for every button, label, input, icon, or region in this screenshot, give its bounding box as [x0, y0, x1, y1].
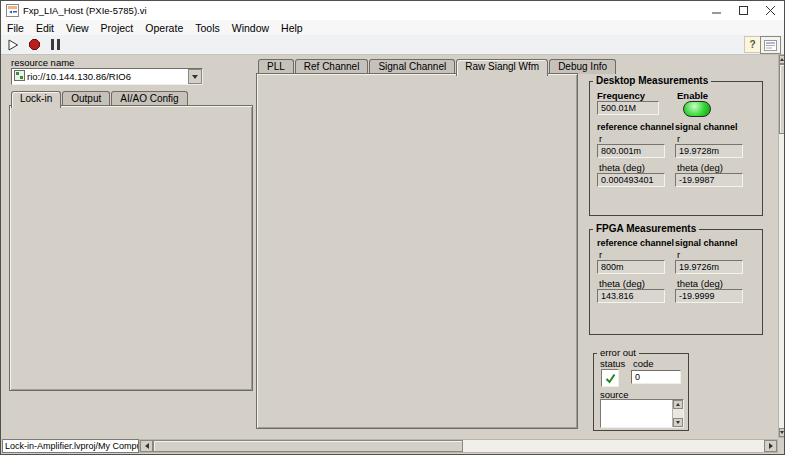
resource-name-combo[interactable]: rio://10.144.130.86/RIO6: [11, 68, 203, 85]
tab-signal-channel[interactable]: Signal Channel: [369, 59, 455, 74]
horizontal-scroll-thumb[interactable]: [153, 440, 463, 452]
theta-label: theta (deg): [677, 162, 723, 173]
horizontal-scrollbar[interactable]: [139, 439, 778, 453]
vertical-scroll-thumb[interactable]: [779, 64, 785, 134]
context-help-icon[interactable]: ?: [744, 36, 761, 53]
desktop-measurements-title: Desktop Measurements: [593, 75, 711, 86]
desktop-signal-channel-label: signal channel: [675, 122, 738, 132]
vertical-scrollbar[interactable]: [778, 54, 785, 438]
fpga-signal-channel-label: signal channel: [675, 238, 738, 248]
run-button[interactable]: [4, 37, 22, 53]
menu-file[interactable]: File: [1, 22, 30, 34]
resource-name-value: rio://10.144.130.86/RIO6: [27, 71, 188, 82]
tab-ai-ao-config[interactable]: AI/AO Config: [111, 91, 187, 106]
desktop-signal-r-value: 19.9728m: [675, 144, 743, 158]
theta-label: theta (deg): [599, 278, 645, 289]
labview-window: Fxp_LIA_Host (PXIe-5785).vi File Edit Vi…: [0, 0, 785, 455]
check-icon: [605, 373, 616, 384]
enable-label: Enable: [677, 90, 708, 101]
io-icon: [14, 70, 25, 83]
enable-led[interactable]: [683, 101, 711, 117]
menu-operate[interactable]: Operate: [139, 22, 189, 34]
tab-pll[interactable]: PLL: [258, 59, 294, 74]
desktop-signal-theta-value: -19.9987: [675, 173, 743, 187]
close-button[interactable]: [757, 1, 784, 19]
theta-label: theta (deg): [599, 162, 645, 173]
abort-button[interactable]: [25, 37, 43, 53]
error-code-value: 0: [631, 370, 681, 384]
error-code-label: code: [633, 358, 654, 369]
scroll-left-icon[interactable]: [140, 440, 153, 452]
menubar: File Edit View Project Operate Tools Win…: [1, 20, 784, 36]
menu-tools[interactable]: Tools: [189, 22, 226, 34]
menu-view[interactable]: View: [60, 22, 95, 34]
scroll-down-icon[interactable]: [779, 428, 785, 437]
pause-button[interactable]: [46, 37, 64, 53]
scrollbar-corner: [778, 439, 785, 453]
source-scrollbar[interactable]: [672, 400, 683, 427]
help-glyph: ?: [749, 39, 755, 50]
r-label: r: [677, 133, 680, 144]
desktop-reference-r-value: 800.001m: [597, 144, 665, 158]
window-title: Fxp_LIA_Host (PXIe-5785).vi: [23, 5, 147, 16]
execution-target-label: Lock-in-Amplifier.lvproj/My Computer: [2, 439, 139, 453]
r-label: r: [677, 249, 680, 260]
titlebar: Fxp_LIA_Host (PXIe-5785).vi: [1, 1, 784, 21]
tab-ref-channel[interactable]: Ref Channel: [295, 59, 369, 74]
error-status-indicator: [601, 369, 619, 387]
raw-signal-tab-body: [256, 73, 578, 429]
scroll-down-icon[interactable]: [673, 418, 683, 427]
toolbar: ?: [1, 35, 784, 55]
frequency-label: Frequency: [597, 90, 645, 101]
menu-help[interactable]: Help: [275, 22, 309, 34]
lock-in-tab-body: [9, 105, 253, 391]
fpga-measurements-title: FPGA Measurements: [593, 223, 699, 234]
fpga-signal-theta-value: -19.9999: [675, 289, 743, 303]
tab-raw-siangl-wfm[interactable]: Raw Siangl Wfm: [456, 59, 548, 76]
tab-lock-in[interactable]: Lock-in: [11, 91, 61, 108]
desktop-reference-theta-value: 0.000493401: [597, 173, 665, 187]
scroll-right-icon[interactable]: [764, 440, 777, 452]
desktop-frequency-value: 500.01M: [597, 101, 659, 115]
scroll-up-icon[interactable]: [779, 55, 785, 64]
combo-dropdown-icon[interactable]: [188, 69, 202, 84]
error-status-label: status: [600, 358, 625, 369]
desktop-reference-channel-label: reference channel: [597, 122, 674, 132]
menu-edit[interactable]: Edit: [30, 22, 60, 34]
maximize-button[interactable]: [730, 1, 757, 19]
tab-debug-info[interactable]: Debug Info: [549, 59, 616, 74]
error-source-textarea: [600, 399, 684, 428]
scroll-up-icon[interactable]: [673, 400, 683, 409]
menu-project[interactable]: Project: [95, 22, 140, 34]
r-label: r: [599, 249, 602, 260]
r-label: r: [599, 133, 602, 144]
fpga-reference-r-value: 800m: [597, 260, 665, 274]
app-icon: [6, 4, 19, 19]
fpga-reference-theta-value: 143.816: [597, 289, 665, 303]
theta-label: theta (deg): [677, 278, 723, 289]
resource-name-label: resource name: [11, 57, 74, 68]
fpga-reference-channel-label: reference channel: [597, 238, 674, 248]
fpga-signal-r-value: 19.9726m: [675, 260, 743, 274]
tab-output[interactable]: Output: [62, 91, 110, 106]
vi-icon-button[interactable]: [760, 36, 781, 54]
left-tab-strip: Lock-in Output AI/AO Config: [11, 90, 188, 106]
center-tab-strip: PLL Ref Channel Signal Channel Raw Siang…: [258, 58, 616, 74]
minimize-button[interactable]: [703, 1, 730, 19]
menu-window[interactable]: Window: [226, 22, 275, 34]
error-out-title: error out: [597, 347, 639, 358]
